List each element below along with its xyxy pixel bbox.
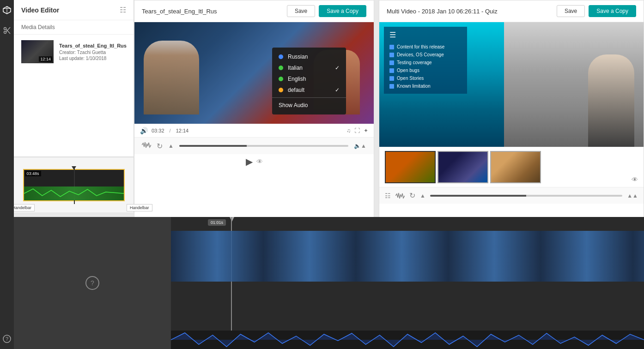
video-filename: Tears_of_steal_Eng_Itl_Rus [142,8,217,15]
right-header-buttons: Save Save a Copy [557,5,636,17]
main-header-buttons: Save Save a Copy [287,5,366,17]
video-frames-strip [171,231,644,282]
timeline-strip-container: 03:48s Handelbar Handelbar [23,169,125,201]
settings-icon[interactable]: ✦ [364,127,368,134]
thumbnail-1[interactable] [385,151,436,183]
time-current: 03:32 [152,128,164,133]
audio-waveform-main [171,331,644,349]
media-item: 12:14 Tears_of_steal_Eng_Itl_Rus Creator… [14,35,134,69]
menu-item-1[interactable]: Devices, OS Coverage [389,51,462,59]
right-video-left: ☰ Content for this release Devices, OS C… [379,22,504,147]
refresh-icon[interactable]: ↻ [157,142,163,150]
hamburger-icon[interactable]: ☰ [389,30,462,39]
speaker-icon: 🔈▲ [354,143,366,149]
chapters-icon[interactable]: ☷ [385,192,391,199]
timeline-panel-left: 03:48s Handelbar Handelbar [14,157,134,212]
media-name: Tears_of_steal_Eng_Itl_Rus [59,43,127,48]
right-eye-icon[interactable]: 👁 [632,176,638,183]
media-thumbnail: 12:14 [21,40,54,63]
media-duration: 12:14 [39,56,52,62]
lang-italian[interactable]: Italian ✓ [272,62,346,73]
lang-english[interactable]: English [272,73,346,84]
main-video-area: Russian Italian ✓ English default ✓ Show… [134,22,374,124]
panel-layout-icon[interactable]: ☷ [120,6,126,14]
main-save-copy-button[interactable]: Save a Copy [319,5,366,17]
timeline-playhead-arrow [230,217,234,222]
help-icon-circle[interactable]: ? [85,276,99,290]
sidebar-cube-icon[interactable] [1,5,12,16]
left-panel: Video Editor ☷ Media Details 12:14 Tears… [14,0,134,157]
menu-item-2[interactable]: Testing coverage [389,59,462,66]
right-speaker-icon: ▲▲ [627,193,638,199]
show-audio-item[interactable]: Show Audio [272,100,346,111]
right-controls: ☷ ↻ ▲ ▲▲ [379,187,644,204]
main-video-panel: Tears_of_steal_Eng_Itl_Rus Save Save a C… [134,0,374,222]
sidebar: ? [0,0,14,349]
right-video-right [504,22,644,147]
menu-item-4[interactable]: Open Stories [389,74,462,82]
lang-default[interactable]: default ✓ [272,84,346,96]
panel-title: Video Editor [21,6,59,14]
bottom-timeline: ? 01:01s [14,217,644,349]
right-panel-title: Multi Video - 2018 Jan 10 06:26:11 - Qui… [387,8,498,15]
menu-item-5[interactable]: Known limitation [389,82,462,90]
video-controls-bar: 🔊 03:32 / 12:14 ♫ ⛶ ✦ [134,124,374,137]
menu-overlay: ☰ Content for this release Devices, OS C… [384,27,467,94]
sidebar-help-icon[interactable]: ? [1,333,12,344]
play-button[interactable]: ▶ [246,156,253,167]
timeline-time-badge-left: 03:48s [25,171,41,176]
menu-item-3[interactable]: Open bugs [389,66,462,74]
person-silhouette [588,54,634,147]
right-video-area: ☰ Content for this release Devices, OS C… [379,22,644,147]
media-details-label: Media Details [14,20,134,35]
fullscreen-icon[interactable]: ⛶ [354,127,360,134]
eye-icon-main[interactable]: 👁 [256,158,263,165]
panel-header: Video Editor ☷ [14,0,134,20]
music-icon: ♫ [346,127,351,134]
main-save-button[interactable]: Save [287,5,315,17]
lang-russian[interactable]: Russian [272,51,346,62]
right-save-copy-button[interactable]: Save a Copy [589,5,636,17]
timeline-dark-area: ? [14,217,171,349]
timeline-time-main: 01:01s [208,219,226,226]
media-last-update: Last update: 1/10/2018 [59,56,127,61]
volume-icon[interactable]: 🔊 [140,127,148,134]
handelbar-right-label[interactable]: Handelbar [127,204,152,211]
media-creator: Creator: Tzachi Guetta [59,50,127,55]
right-vol-up-icon: ▲ [420,193,425,199]
playback-controls: ▶ 👁 [134,154,374,169]
svg-text:?: ? [6,336,8,342]
audio-wave-icon [142,141,151,150]
play-controls: ↻ ▲ 🔈▲ [134,137,374,154]
sidebar-scissors-icon[interactable] [1,25,12,36]
right-volume-slider[interactable] [430,195,622,197]
volume-slider[interactable] [179,145,348,147]
frame-strip [171,231,644,282]
language-dropdown: Russian Italian ✓ English default ✓ Show… [272,48,346,114]
right-save-button[interactable]: Save [557,5,585,17]
volume-up-icon: ▲ [168,143,174,149]
thumbnail-3[interactable] [490,151,541,183]
audio-wave-strip [24,187,124,200]
thumbnail-2[interactable] [437,151,488,183]
menu-item-0[interactable]: Content for this release [389,43,462,51]
right-audio-icon [395,192,405,199]
timeline-main-strip: 01:01s [171,217,644,349]
media-info: Tears_of_steal_Eng_Itl_Rus Creator: Tzac… [59,43,127,61]
thumbnail-strip: 👁 [379,147,644,187]
right-refresh-icon[interactable]: ↻ [409,191,415,200]
thumb-arrow [512,182,519,183]
main-panel-header: Tears_of_steal_Eng_Itl_Rus Save Save a C… [134,0,374,22]
right-panel-header: Multi Video - 2018 Jan 10 06:26:11 - Qui… [379,0,644,22]
timeline-strip-left: 03:48s [23,169,125,201]
time-total: 12:14 [176,128,189,133]
menu-list: Content for this release Devices, OS Cov… [389,43,462,90]
